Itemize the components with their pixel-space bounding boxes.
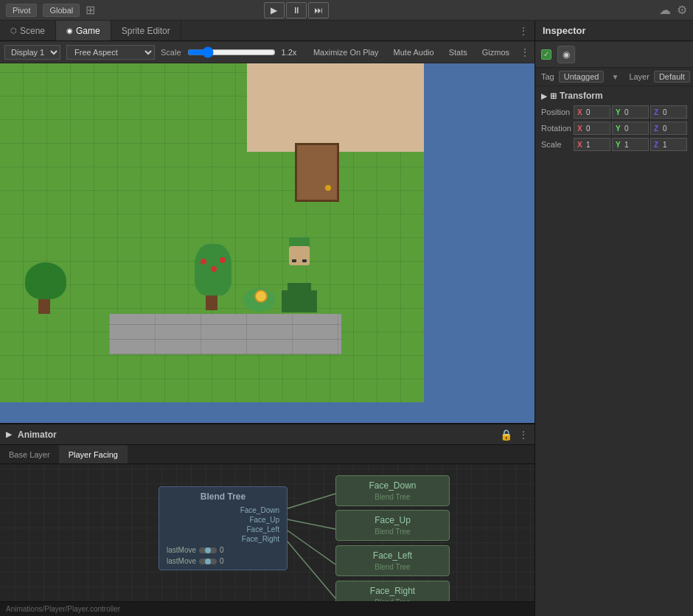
- scene-building-bg: [247, 63, 424, 152]
- tree-right: [192, 244, 231, 310]
- rotation-x-label: X: [576, 125, 586, 133]
- param-slider-2[interactable]: [199, 559, 217, 564]
- face-left-node[interactable]: Face_Left Blend Tree: [335, 545, 450, 576]
- transform-header: ▶ ⊞ Transform: [541, 91, 687, 101]
- position-label: Position: [541, 108, 574, 116]
- position-z-field[interactable]: Z: [650, 105, 687, 119]
- char-eye-left: [292, 259, 296, 262]
- gizmos-btn[interactable]: Gizmos: [478, 46, 514, 58]
- stone-platform: [109, 314, 341, 354]
- layer-value[interactable]: Default: [654, 71, 690, 83]
- output-face-up: Face_Up: [167, 516, 279, 524]
- scale-slider[interactable]: [187, 46, 276, 58]
- mute-audio-btn[interactable]: Mute Audio: [389, 46, 439, 58]
- position-x-field[interactable]: X: [574, 105, 610, 119]
- position-z-input[interactable]: [663, 108, 685, 116]
- game-tab-icon: ◉: [66, 27, 73, 35]
- face-right-title: Face_Right: [344, 586, 442, 596]
- rotation-x-input[interactable]: [586, 125, 608, 133]
- object-icon-btn[interactable]: ◉: [557, 46, 575, 63]
- global-button[interactable]: Global: [43, 4, 80, 17]
- play-controls: ▶ ⏸ ⏭: [264, 2, 329, 18]
- animator-tab-base-layer[interactable]: Base Layer: [0, 445, 60, 463]
- tab-bar-menu[interactable]: ⋮: [518, 21, 534, 41]
- scale-z-field[interactable]: Z: [650, 138, 687, 151]
- pivot-button[interactable]: Pivot: [6, 4, 37, 17]
- animator-expand-icon[interactable]: ▶: [6, 430, 12, 439]
- step-button[interactable]: ⏭: [308, 2, 329, 18]
- scale-x-field[interactable]: X: [574, 138, 610, 151]
- position-x-input[interactable]: [586, 108, 608, 116]
- scale-z-label: Z: [652, 141, 663, 149]
- face-down-node[interactable]: Face_Down Blend Tree: [335, 475, 450, 506]
- param-label-2: lastMove: [167, 557, 196, 565]
- tag-value[interactable]: Untagged: [559, 71, 605, 83]
- play-button[interactable]: ▶: [264, 2, 285, 18]
- face-up-node[interactable]: Face_Up Blend Tree: [335, 510, 450, 541]
- scale-label: Scale: [161, 48, 181, 57]
- tree-right-top: [195, 244, 231, 295]
- rotation-row: Rotation X Y Z: [541, 122, 687, 135]
- scale-fields: X Y Z: [574, 138, 687, 151]
- tag-row: Tag Untagged ▼ Layer Default ▼: [535, 68, 693, 86]
- tab-game[interactable]: ◉ Game: [56, 21, 111, 41]
- param-row-1: lastMove 0: [167, 546, 279, 554]
- param-row-2: lastMove 0: [167, 557, 279, 565]
- scale-y-field[interactable]: Y: [612, 138, 649, 151]
- param-slider-1[interactable]: [199, 547, 217, 553]
- animator-tab-player-facing[interactable]: Player Facing: [60, 445, 128, 463]
- scale-x-input[interactable]: [586, 141, 608, 149]
- display-select[interactable]: Display 1: [4, 45, 60, 60]
- blend-tree-main-node[interactable]: Blend Tree Face_Down Face_Up Face_Left F…: [159, 486, 288, 570]
- rotation-x-field[interactable]: X: [574, 122, 610, 135]
- collab-icon[interactable]: ☁: [659, 3, 671, 17]
- position-fields: X Y Z: [574, 105, 687, 119]
- char-eye-right: [302, 259, 307, 262]
- pause-button[interactable]: ⏸: [286, 2, 307, 18]
- face-left-title: Face_Left: [344, 550, 442, 561]
- active-checkbox[interactable]: ✓: [541, 49, 551, 60]
- face-left-sub: Blend Tree: [344, 563, 442, 571]
- sprite-editor-tab-label: Sprite Editor: [122, 26, 170, 36]
- output-face-down: Face_Down: [167, 506, 279, 514]
- animator-tabs: Base Layer Player Facing: [0, 445, 534, 464]
- transform-expand-icon[interactable]: ▶: [541, 92, 547, 100]
- scale-x-label: X: [576, 141, 586, 149]
- scale-value: 1.2x: [282, 48, 297, 57]
- output-face-left: Face_Left: [167, 525, 279, 533]
- transform-section: ▶ ⊞ Transform Position X Y Z: [535, 86, 693, 158]
- tag-dropdown-icon[interactable]: ▼: [611, 73, 619, 81]
- animator-path: Animations/Player/Player.controller: [6, 605, 120, 613]
- transform-icon: ⊞: [550, 91, 557, 101]
- animator-menu-icon[interactable]: ⋮: [518, 429, 529, 441]
- position-y-field[interactable]: Y: [612, 105, 649, 119]
- maximize-on-play-btn[interactable]: Maximize On Play: [309, 46, 383, 58]
- inspector-panel: Inspector ✓ ◉ Tag Untagged ▼ Layer Defau…: [534, 21, 693, 616]
- rotation-y-field[interactable]: Y: [612, 122, 649, 135]
- animator-footer: Animations/Player/Player.controller: [0, 601, 534, 616]
- apple-3: [220, 257, 226, 263]
- game-toolbar-menu[interactable]: ⋮: [520, 46, 530, 58]
- rotation-z-field[interactable]: Z: [650, 122, 687, 135]
- animator-lock-icon[interactable]: 🔒: [500, 429, 512, 441]
- face-right-node[interactable]: Face_Right Blend Tree: [335, 581, 450, 601]
- scale-z-input[interactable]: [663, 141, 685, 149]
- game-panel: ⬡ Scene ◉ Game Sprite Editor ⋮ Display 1…: [0, 21, 534, 616]
- svg-line-0: [288, 494, 335, 508]
- rotation-y-input[interactable]: [624, 125, 647, 133]
- stats-btn[interactable]: Stats: [445, 46, 472, 58]
- game-toolbar-right: Maximize On Play Mute Audio Stats Gizmos…: [309, 46, 530, 58]
- apple-2: [211, 266, 217, 272]
- tab-scene[interactable]: ⬡ Scene: [0, 21, 56, 41]
- tab-menu-dots[interactable]: ⋮: [518, 25, 529, 37]
- animator-canvas[interactable]: Blend Tree Face_Down Face_Up Face_Left F…: [0, 464, 534, 601]
- aspect-select[interactable]: Free Aspect: [66, 45, 155, 60]
- position-y-input[interactable]: [624, 108, 647, 116]
- scale-y-input[interactable]: [624, 141, 647, 149]
- settings-icon[interactable]: ⚙: [677, 3, 687, 17]
- rotation-z-input[interactable]: [663, 125, 685, 133]
- rotation-fields: X Y Z: [574, 122, 687, 135]
- tree-left: [22, 262, 66, 314]
- tree-left-top: [25, 262, 66, 299]
- tab-sprite-editor[interactable]: Sprite Editor: [111, 21, 181, 41]
